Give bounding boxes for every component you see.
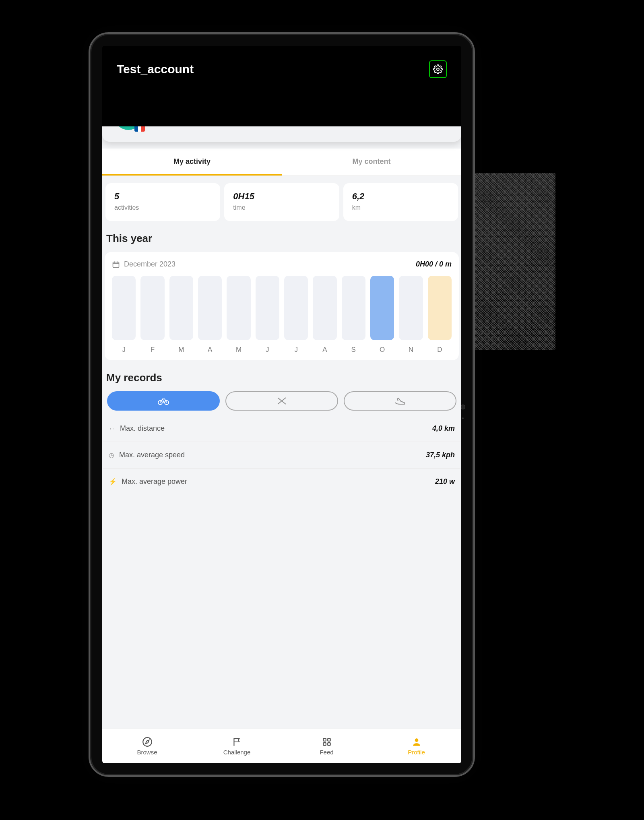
month-bar-j-0[interactable] [112,276,136,340]
flag-icon [232,737,242,747]
section-title-this-year: This year [106,232,457,245]
calendar-icon [112,260,120,269]
nav-browse[interactable]: Browse [102,729,192,763]
summary-distance-label: km [352,204,449,211]
summary-row: 5 activities 0H15 time 6,2 km [103,176,460,221]
month-bar-a-3[interactable] [198,276,222,340]
month-label: M [227,346,250,354]
nav-challenge[interactable]: Challenge [192,729,282,763]
profile-tabs: My activity My content [102,149,461,176]
record-label: Max. distance [120,424,165,433]
month-bar-f-1[interactable] [140,276,164,340]
record-value: 4,0 km [432,424,455,433]
nav-challenge-label: Challenge [223,749,251,756]
record-value: 37,5 kph [426,451,455,459]
year-card: December 2023 0H00 / 0 m JFMAMJJASOND [105,252,459,360]
nav-profile[interactable]: Profile [372,729,461,763]
record-label: Max. average speed [119,451,185,459]
settings-button[interactable] [429,60,447,78]
month-label: S [342,346,365,354]
record-sport-tabs [107,391,456,411]
screen: Test_account TE 0 Follo [102,46,461,763]
decorative-texture [475,173,555,350]
device-frame: Test_account TE 0 Follo [89,32,475,777]
section-title-my-records: My records [106,372,457,384]
summary-time-value: 0H15 [233,191,330,202]
nav-feed-label: Feed [320,749,333,756]
gear-icon [433,64,443,74]
profile-header: Test_account [102,46,461,126]
month-label: N [399,346,423,354]
month-label: A [198,346,222,354]
nav-browse-label: Browse [137,749,157,756]
bike-icon [157,397,169,405]
flag-france [134,126,145,132]
shoe-icon [394,397,406,405]
month-label: J [284,346,308,354]
month-label: A [313,346,336,354]
profile-body: TE 0 Followers 4 Following My activity M… [102,126,461,729]
summary-time-label: time [233,204,330,211]
summary-time: 0H15 time [224,183,339,221]
profile-scroll[interactable]: 5 activities 0H15 time 6,2 km This year [102,176,461,729]
profile-card: TE 0 Followers 4 Following [102,126,461,142]
svg-rect-7 [323,743,326,746]
month-label: J [112,346,136,354]
year-readout: 0H00 / 0 m [416,260,452,269]
record-rows: ↔Max. distance4,0 km◷Max. average speed3… [103,415,460,495]
tab-my-activity[interactable]: My activity [102,149,282,176]
gauge-icon: ◷ [109,451,114,459]
month-label: J [256,346,279,354]
year-period[interactable]: December 2023 [112,260,175,269]
record-tab-run[interactable] [344,391,456,411]
bottom-nav: Browse Challenge Feed Profile [102,729,461,763]
nav-profile-label: Profile [408,749,425,756]
arrows-h-icon: ↔ [109,425,115,432]
person-icon [411,737,422,747]
summary-distance: 6,2 km [343,183,458,221]
record-row: ↔Max. distance4,0 km [103,415,460,442]
record-value: 210 w [435,477,455,486]
month-label: O [370,346,394,354]
bolt-icon: ⚡ [109,478,117,485]
compass-icon [142,737,153,747]
svg-point-4 [143,737,152,746]
month-label: M [169,346,193,354]
page-title: Test_account [117,62,194,76]
record-row: ◷Max. average speed37,5 kph [103,442,460,469]
month-bar-d-11[interactable] [428,276,452,340]
year-bar-chart[interactable] [112,276,452,340]
summary-activities-label: activities [114,204,211,211]
month-bar-n-10[interactable] [399,276,423,340]
device-sensor-dot [462,417,464,419]
svg-rect-6 [328,738,330,741]
month-bar-j-5[interactable] [256,276,279,340]
svg-rect-1 [113,262,119,267]
month-bar-o-9[interactable] [370,276,394,340]
month-label: D [428,346,452,354]
avatar[interactable]: TE [114,126,142,130]
month-bar-m-2[interactable] [169,276,193,340]
month-label: F [140,346,164,354]
svg-rect-5 [323,738,326,741]
record-label: Max. average power [122,477,187,486]
month-bar-s-8[interactable] [342,276,365,340]
tab-my-content[interactable]: My content [282,149,461,176]
ski-icon [277,397,287,405]
record-row: ⚡Max. average power210 w [103,469,460,495]
year-period-label: December 2023 [124,260,175,269]
svg-point-9 [415,738,418,742]
record-tab-ski[interactable] [225,391,338,411]
month-bar-m-4[interactable] [227,276,250,340]
month-bar-j-6[interactable] [284,276,308,340]
summary-activities: 5 activities [105,183,220,221]
summary-distance-value: 6,2 [352,191,449,202]
svg-rect-8 [328,743,330,746]
month-bar-a-7[interactable] [313,276,336,340]
nav-feed[interactable]: Feed [282,729,372,763]
svg-point-0 [437,68,439,70]
grid-icon [322,737,332,747]
summary-activities-value: 5 [114,191,211,202]
record-tab-bike[interactable] [107,391,220,411]
year-bar-labels: JFMAMJJASOND [112,346,452,354]
